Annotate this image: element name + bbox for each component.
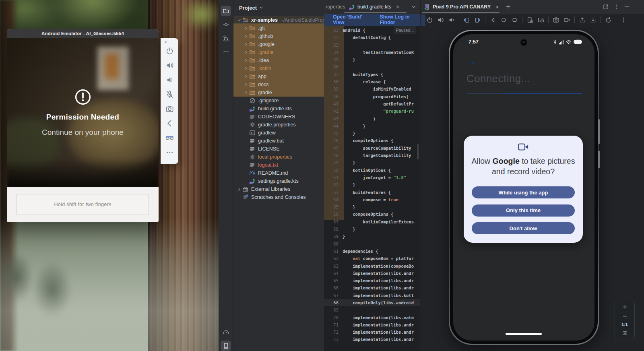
tree-item-LICENSE[interactable]: LICENSE [233, 145, 324, 153]
code-line-64[interactable]: 64 implementation(libs.andr [324, 270, 420, 277]
zoom-fit-button[interactable] [622, 330, 628, 336]
tree-item-xr-samples[interactable]: xr-samples~/AndroidStudioProj [233, 16, 324, 24]
code-line-50[interactable]: 50 kotlinOptions { [324, 167, 420, 174]
chevron-right-icon[interactable] [243, 25, 249, 31]
tool-profiler-button[interactable] [221, 327, 231, 337]
rotate-left-button[interactable] [463, 17, 470, 23]
back-icon[interactable] [165, 119, 174, 128]
chevron-right-icon[interactable] [243, 57, 249, 64]
close-icon[interactable] [163, 40, 168, 44]
tree-item-logcat.txt[interactable]: logcat.txt [233, 161, 324, 169]
overview-button[interactable] [511, 17, 518, 23]
tree-item-CODEOWNERS[interactable]: CODEOWNERS [233, 113, 324, 121]
emulator-title-bar[interactable]: Android Emulator - AI_Glasses:5554 [7, 29, 159, 38]
tool-commit-button[interactable] [221, 19, 231, 30]
tree-item-.gradle[interactable]: .gradle [233, 48, 324, 56]
code-line-61[interactable]: 61dependencies { [324, 248, 420, 255]
power-button[interactable] [426, 17, 433, 23]
tool-project-button[interactable] [221, 6, 231, 16]
code-line-52[interactable]: 52 } [324, 181, 420, 188]
tree-item-docs[interactable]: docs [233, 81, 324, 89]
code-line-54[interactable]: 54 compose = true [324, 196, 420, 203]
chevron-right-icon[interactable] [243, 49, 249, 56]
project-panel-header[interactable]: Project [239, 3, 264, 12]
record-button[interactable] [564, 17, 570, 23]
back-tri-button[interactable] [489, 17, 496, 23]
tab-build-gradle-kts[interactable]: build.gradle.kts [345, 0, 404, 14]
code-line-37[interactable]: 37 buildTypes { [324, 71, 420, 78]
chevron-right-icon[interactable] [243, 81, 249, 88]
camera-icon[interactable] [165, 105, 174, 113]
kebab-menu-icon[interactable] [613, 4, 619, 10]
code-line-38[interactable]: 38 release { [324, 78, 420, 85]
code-line-58[interactable]: 58 } [324, 225, 420, 233]
chevron-right-icon[interactable] [243, 33, 249, 39]
minimize-icon[interactable] [623, 4, 630, 10]
zoom-out-button[interactable] [622, 313, 628, 319]
close-icon[interactable] [495, 5, 500, 9]
show-log-in-finder-link[interactable]: Show Log in Finder [380, 14, 420, 25]
chevron-right-icon[interactable] [243, 41, 249, 47]
code-line-27[interactable]: 27 defaultConfig { [324, 34, 420, 41]
code-line-51[interactable]: 51 jvmTarget = "1.8" [324, 174, 420, 181]
volume-up-icon[interactable] [165, 61, 174, 70]
home-button[interactable] [500, 17, 507, 23]
code-line-73[interactable]: 73 implementation(libs.andr [324, 336, 420, 343]
zoom-in-button[interactable] [622, 304, 628, 310]
plus-icon[interactable] [505, 4, 511, 10]
phone-screen[interactable]: 7:57 Connecting... Allow Google to take … [453, 34, 594, 341]
code-line-72[interactable]: 72 implementation(libs.andr [324, 328, 420, 336]
code-line-53[interactable]: 53 buildFeatures { [324, 189, 420, 196]
volume-down-button[interactable] [448, 17, 455, 23]
tree-item-settings.gradle.kts[interactable]: settings.gradle.kts [233, 177, 324, 185]
tool-more-tools-button[interactable] [221, 46, 231, 57]
emulator-screen[interactable]: Permission Needed Continue on your phone [7, 38, 159, 187]
code-line-68[interactable]: 68 compileOnly(libs.android [324, 299, 420, 306]
code-line-35[interactable]: 35 } [324, 56, 420, 63]
camera-button[interactable] [553, 17, 559, 23]
mic-off-icon[interactable] [165, 90, 174, 99]
permission-button-2[interactable]: Don't allow [472, 222, 575, 234]
tree-item-app[interactable]: app [233, 72, 324, 81]
tool-version-control-button[interactable] [221, 33, 231, 43]
close-icon[interactable] [395, 4, 400, 9]
code-line-42[interactable]: 42 "proguard-ru [324, 107, 420, 115]
chevron-right-icon[interactable] [236, 186, 242, 192]
code-line-66[interactable]: 66 implementation(libs.andr [324, 284, 420, 291]
code-line-47[interactable]: 47 sourceCompatibility [324, 145, 420, 152]
tree-item-.kotlin[interactable]: .kotlin [233, 64, 324, 72]
code-line-71[interactable]: 71 implementation(libs.andr [324, 321, 420, 328]
chevron-right-icon[interactable] [243, 89, 249, 96]
code-line-33[interactable]: 33 [324, 41, 420, 49]
code-line-57[interactable]: 57 kotlinCompilerExtens [324, 218, 420, 225]
tree-item-README.md[interactable]: README.md [233, 169, 324, 177]
volume-down-icon[interactable] [165, 76, 174, 84]
tool-running-devices-button[interactable] [221, 341, 231, 351]
tab-pixel-9-pro[interactable]: Pixel 9 Pro API CANARY [424, 0, 500, 14]
code-line-49[interactable]: 49 } [324, 159, 420, 166]
minimize-icon[interactable] [171, 40, 175, 44]
open-in-window-icon[interactable] [603, 4, 609, 10]
tree-item-.github[interactable]: .github [233, 32, 324, 40]
code-line-34[interactable]: 34 testInstrumentationR [324, 49, 420, 56]
code-line-67[interactable]: 67 implementation(libs.kotl [324, 292, 420, 299]
tree-item-.idea[interactable]: .idea [233, 56, 324, 64]
tab-gradle-properties[interactable]: roperties [326, 0, 345, 14]
chevron-right-icon[interactable] [243, 73, 249, 80]
chevron-down-icon[interactable] [236, 17, 242, 23]
code-line-69[interactable]: 69 [324, 306, 420, 314]
code-line-56[interactable]: 56 composeOptions { [324, 211, 420, 218]
glasses-icon[interactable] [165, 134, 174, 142]
code-line-39[interactable]: 39 isMinifyEnabled [324, 85, 420, 93]
code-line-40[interactable]: 40 proguardFiles( [324, 93, 420, 100]
open-build-view-link[interactable]: Open 'Build' View [333, 14, 369, 25]
tree-item-.git[interactable]: .git [233, 24, 324, 32]
power-icon[interactable] [165, 47, 174, 55]
tree-item-.gitignore[interactable]: .gitignore [233, 97, 324, 105]
code-line-65[interactable]: 65 implementation(libs.andr [324, 277, 420, 284]
code-line-44[interactable]: 44 } [324, 122, 420, 130]
code-line-43[interactable]: 43 ) [324, 115, 420, 122]
tree-item-gradle[interactable]: gradle [233, 89, 324, 97]
phone-settings-button[interactable] [526, 17, 533, 23]
tree-item-build.gradle.kts[interactable]: build.gradle.kts [233, 105, 324, 113]
